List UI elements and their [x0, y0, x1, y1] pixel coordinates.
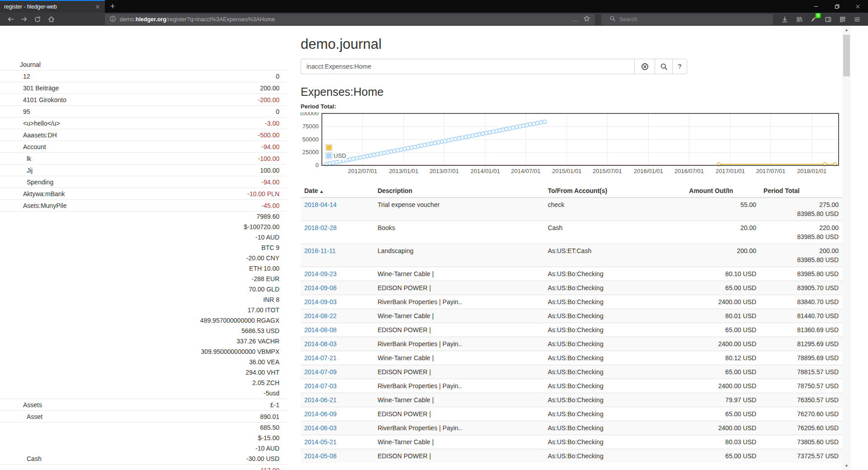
- txn-date-link[interactable]: 2014-06-21: [304, 396, 337, 404]
- register-row[interactable]: 2018-04-14Trial expense vouchercheck55.0…: [301, 197, 842, 221]
- account-link[interactable]: Aktywa:mBank: [0, 188, 65, 199]
- txn-date-link[interactable]: 2014-07-21: [304, 354, 337, 362]
- account-link[interactable]: Cash: [0, 453, 42, 464]
- txn-date-link[interactable]: 2014-09-23: [304, 270, 337, 277]
- column-header-amount-out-in[interactable]: Amount Out/In: [685, 184, 760, 197]
- extension-quill-icon[interactable]: 0: [807, 14, 821, 25]
- home-icon[interactable]: [44, 14, 58, 25]
- txn-date-link[interactable]: 2014-07-09: [304, 368, 337, 376]
- sidebar-account-row[interactable]: 120: [0, 70, 287, 82]
- txn-date-link[interactable]: 2014-05-21: [304, 438, 337, 446]
- txn-date-link[interactable]: 2014-05-08: [304, 452, 337, 460]
- sidebar-account-row[interactable]: 4101 Girokonto-200.00: [0, 94, 287, 105]
- account-link[interactable]: Assets: [0, 400, 42, 410]
- site-info-icon[interactable]: [109, 15, 116, 24]
- account-link[interactable]: 95: [0, 106, 30, 117]
- txn-date-link[interactable]: 2018-04-14: [304, 201, 337, 208]
- page-actions-icon[interactable]: …: [572, 16, 579, 23]
- register-row[interactable]: 2016-11-11LandscapingAs:US:ET:Cash200.00…: [301, 244, 842, 267]
- account-link[interactable]: <u>hello</u>: [0, 118, 60, 129]
- url-bar[interactable]: demo.hledger.org/register?q=inacct%3AExp…: [105, 14, 595, 25]
- column-header-description[interactable]: Description: [374, 184, 544, 197]
- tab-close-icon[interactable]: [94, 4, 101, 10]
- clear-query-button[interactable]: [634, 59, 655, 74]
- sidebar-account-row[interactable]: -117.00: [0, 464, 287, 470]
- txn-date-link[interactable]: 2016-11-11: [304, 247, 336, 254]
- register-row[interactable]: 2014-06-21Wine-Tarner Cable |As:US:Bo:Ch…: [301, 393, 842, 407]
- account-link[interactable]: Account: [0, 141, 46, 152]
- register-row[interactable]: 2014-09-03RiverBank Properties | Payin..…: [301, 295, 842, 309]
- browser-search-field[interactable]: Search: [601, 14, 773, 25]
- scrollbar-thumb[interactable]: [843, 35, 850, 76]
- register-row[interactable]: 2014-08-03RiverBank Properties | Payin..…: [301, 337, 842, 351]
- register-row[interactable]: 2014-07-09EDISON POWER |As:US:Bo:Checkin…: [301, 365, 842, 379]
- sidebar-account-row[interactable]: Asset890.01: [0, 410, 287, 422]
- reader-sidebar-icon[interactable]: [821, 14, 835, 25]
- register-row[interactable]: 2014-07-21Wine-Tarner Cable |As:US:Bo:Ch…: [301, 351, 842, 365]
- register-row[interactable]: 2014-05-21Wine-Tarner Cable |As:US:Bo:Ch…: [301, 435, 842, 449]
- account-link[interactable]: Asets:MunyPile: [0, 200, 66, 211]
- register-row[interactable]: 2014-08-08EDISON POWER |As:US:Bo:Checkin…: [301, 323, 842, 337]
- register-row[interactable]: 2014-09-08EDISON POWER |As:US:Bo:Checkin…: [301, 281, 842, 295]
- period-total-chart[interactable]: 02500050000750001000002012/07/012013/01/…: [301, 112, 842, 175]
- account-link[interactable]: Jij: [0, 165, 33, 176]
- account-link[interactable]: Journal: [0, 59, 41, 70]
- txn-date-link[interactable]: 2014-09-08: [304, 284, 337, 291]
- register-row[interactable]: 2014-05-08EDISON POWER |As:US:Bo:Checkin…: [301, 449, 842, 463]
- page-scrollbar[interactable]: ▲ ▼: [842, 26, 851, 470]
- account-link[interactable]: Aaasets:DH: [0, 130, 57, 141]
- txn-date-link[interactable]: 2014-07-03: [304, 382, 337, 390]
- back-icon[interactable]: [4, 14, 17, 25]
- sidebar-account-row[interactable]: 7989.60$-100720.00-10 AUDBTC 9-20.00 CNY…: [0, 211, 287, 399]
- sidebar-account-row[interactable]: Spending-94.00: [0, 176, 287, 188]
- register-row[interactable]: 2014-06-03RiverBank Properties | Payin..…: [301, 421, 842, 435]
- sidebar-account-row[interactable]: Assets£-1: [0, 399, 287, 410]
- txn-date-link[interactable]: 2014-06-03: [304, 424, 337, 432]
- sidebar-account-row[interactable]: lk-100.00: [0, 152, 287, 164]
- register-row[interactable]: 2014-09-23Wine-Tarner Cable |As:US:Bo:Ch…: [301, 267, 842, 281]
- account-link[interactable]: 12: [0, 71, 30, 82]
- txn-date-link[interactable]: 2014-09-03: [304, 298, 337, 306]
- downloads-icon[interactable]: [778, 14, 792, 25]
- sidebar-account-row[interactable]: Account-94.00: [0, 141, 287, 152]
- library-icon[interactable]: [792, 14, 807, 25]
- sidebar-account-row[interactable]: Cash685.50$-15.00-10 AUD-30.00 USD: [0, 422, 287, 464]
- forward-icon[interactable]: [17, 14, 31, 25]
- search-query-button[interactable]: [655, 59, 673, 74]
- scroll-down-icon[interactable]: ▼: [842, 464, 851, 468]
- sidebar-account-row[interactable]: 301 Beiträge200.00: [0, 82, 287, 94]
- account-link[interactable]: 301 Beiträge: [0, 83, 59, 94]
- bookmark-star-icon[interactable]: [583, 15, 590, 24]
- sidebar-account-row[interactable]: 950: [0, 105, 287, 117]
- new-tab-button[interactable]: +: [105, 0, 120, 13]
- minimize-button[interactable]: [806, 0, 826, 13]
- sidebar-account-row[interactable]: <u>hello</u>-3.00: [0, 117, 287, 129]
- sidebar-account-row[interactable]: Asets:MunyPile-45.00: [0, 199, 287, 211]
- account-link[interactable]: lk: [0, 153, 31, 164]
- sidebar-account-row[interactable]: Aaasets:DH-500.00: [0, 129, 287, 141]
- column-header-to-from-account-s-[interactable]: To/From Account(s): [544, 184, 686, 197]
- register-row[interactable]: 2014-07-03RiverBank Properties | Payin..…: [301, 379, 842, 393]
- txn-date-link[interactable]: 2014-08-08: [304, 326, 337, 334]
- close-window-button[interactable]: [847, 0, 868, 13]
- scroll-up-icon[interactable]: ▲: [842, 28, 851, 32]
- account-link[interactable]: 4101 Girokonto: [0, 94, 66, 105]
- txn-date-link[interactable]: 2014-06-09: [304, 410, 337, 418]
- reload-icon[interactable]: [31, 14, 44, 25]
- hamburger-menu-icon[interactable]: [850, 14, 864, 25]
- column-header-period-total[interactable]: Period Total: [760, 184, 842, 197]
- account-link[interactable]: Asset: [0, 411, 42, 422]
- register-row[interactable]: 2014-08-22Wine-Tarner Cable |As:US:Bo:Ch…: [301, 309, 842, 323]
- sidebar-account-row[interactable]: Aktywa:mBank-10.00 PLN: [0, 188, 287, 199]
- help-button[interactable]: ?: [672, 59, 687, 74]
- txn-date-link[interactable]: 2014-08-22: [304, 312, 337, 320]
- txn-date-link[interactable]: 2018-02-28: [304, 224, 337, 231]
- tiles-add-icon[interactable]: [835, 14, 850, 25]
- restore-button[interactable]: [826, 0, 847, 13]
- sidebar-account-row[interactable]: Jij100.00: [0, 164, 287, 176]
- register-row[interactable]: 2018-02-28BooksCash20.00220.0083985.80 U…: [301, 221, 842, 244]
- column-header-date[interactable]: Date▲: [301, 184, 374, 197]
- browser-tab[interactable]: register - hledger-web: [0, 0, 105, 13]
- account-link[interactable]: Spending: [0, 177, 53, 188]
- sidebar-account-row[interactable]: Journal: [0, 58, 287, 70]
